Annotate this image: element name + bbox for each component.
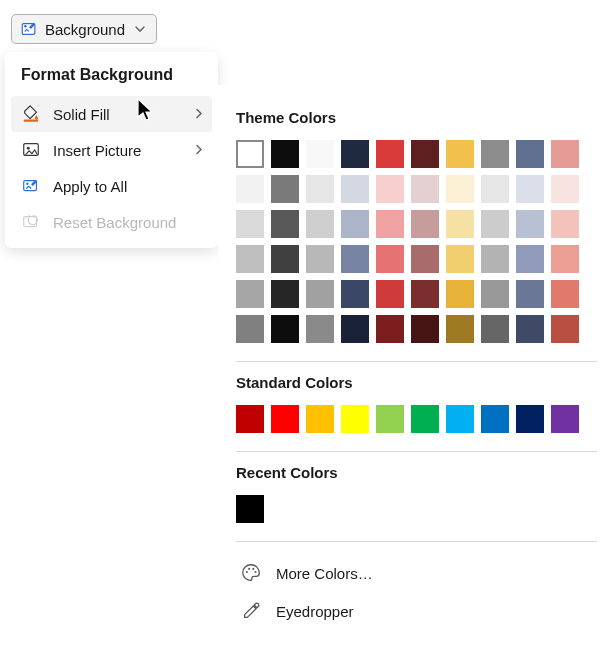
theme-color-swatch[interactable] [341, 210, 369, 238]
theme-color-swatch[interactable] [446, 245, 474, 273]
background-icon [20, 20, 38, 38]
svg-point-6 [26, 183, 28, 185]
theme-color-swatch[interactable] [271, 140, 299, 168]
theme-color-swatch[interactable] [376, 245, 404, 273]
theme-color-swatch[interactable] [481, 175, 509, 203]
theme-color-swatch[interactable] [516, 280, 544, 308]
theme-color-swatch[interactable] [446, 315, 474, 343]
standard-color-swatch[interactable] [551, 405, 579, 433]
theme-color-swatch[interactable] [376, 210, 404, 238]
svg-rect-2 [24, 119, 39, 121]
theme-color-swatch[interactable] [481, 210, 509, 238]
theme-color-swatch[interactable] [376, 280, 404, 308]
theme-color-swatch[interactable] [516, 140, 544, 168]
theme-color-swatch[interactable] [341, 245, 369, 273]
svg-point-1 [24, 25, 27, 28]
divider [236, 541, 597, 542]
theme-color-swatch[interactable] [411, 210, 439, 238]
theme-color-swatch[interactable] [236, 245, 264, 273]
standard-color-swatch[interactable] [236, 405, 264, 433]
theme-color-swatch[interactable] [306, 315, 334, 343]
background-dropdown-label: Background [45, 21, 125, 38]
theme-color-swatch[interactable] [411, 280, 439, 308]
divider [236, 361, 597, 362]
reset-icon [21, 212, 41, 232]
standard-color-swatch[interactable] [376, 405, 404, 433]
theme-color-swatch[interactable] [236, 315, 264, 343]
theme-color-swatch[interactable] [481, 315, 509, 343]
svg-rect-7 [24, 217, 37, 227]
standard-color-swatch[interactable] [516, 405, 544, 433]
theme-color-swatch[interactable] [411, 245, 439, 273]
theme-color-swatch[interactable] [306, 280, 334, 308]
theme-color-swatch[interactable] [306, 210, 334, 238]
theme-color-swatch[interactable] [516, 175, 544, 203]
recent-colors-title: Recent Colors [236, 464, 597, 481]
background-dropdown-button[interactable]: Background [11, 14, 157, 44]
theme-color-swatch[interactable] [551, 140, 579, 168]
theme-colors-title: Theme Colors [236, 109, 597, 126]
picture-icon [21, 140, 41, 160]
theme-color-swatch[interactable] [551, 280, 579, 308]
theme-color-swatch[interactable] [411, 175, 439, 203]
theme-color-swatch[interactable] [551, 245, 579, 273]
theme-color-swatch[interactable] [446, 210, 474, 238]
theme-color-swatch[interactable] [376, 175, 404, 203]
theme-color-swatch[interactable] [446, 280, 474, 308]
theme-color-swatch[interactable] [236, 140, 264, 168]
more-colors-option[interactable]: More Colors… [236, 554, 597, 592]
standard-color-swatch[interactable] [341, 405, 369, 433]
theme-color-swatch[interactable] [481, 245, 509, 273]
theme-color-swatch[interactable] [271, 175, 299, 203]
theme-color-swatch[interactable] [341, 140, 369, 168]
standard-color-swatch[interactable] [271, 405, 299, 433]
theme-color-swatch[interactable] [376, 315, 404, 343]
theme-color-swatch[interactable] [516, 245, 544, 273]
theme-color-swatch[interactable] [516, 210, 544, 238]
theme-color-swatch[interactable] [341, 280, 369, 308]
menu-item-insert-picture[interactable]: Insert Picture [11, 132, 212, 168]
standard-color-swatch[interactable] [481, 405, 509, 433]
theme-color-swatch[interactable] [411, 315, 439, 343]
theme-color-swatch[interactable] [341, 175, 369, 203]
theme-colors-grid [236, 140, 597, 343]
theme-color-swatch[interactable] [551, 315, 579, 343]
theme-color-swatch[interactable] [306, 175, 334, 203]
menu-item-apply-to-all[interactable]: Apply to All [11, 168, 212, 204]
theme-color-swatch[interactable] [376, 140, 404, 168]
standard-color-swatch[interactable] [411, 405, 439, 433]
theme-color-swatch[interactable] [236, 280, 264, 308]
color-picker-flyout: Theme Colors Standard Colors Recent Colo… [218, 85, 614, 640]
eyedropper-label: Eyedropper [276, 603, 354, 620]
theme-color-swatch[interactable] [446, 175, 474, 203]
menu-item-reset-background: Reset Background [11, 204, 212, 240]
menu-item-solid-fill[interactable]: Solid Fill [11, 96, 212, 132]
recent-color-swatch[interactable] [236, 495, 264, 523]
standard-color-swatch[interactable] [306, 405, 334, 433]
format-background-menu: Format Background Solid FillInsert Pictu… [5, 52, 218, 248]
theme-color-swatch[interactable] [271, 210, 299, 238]
theme-color-swatch[interactable] [481, 140, 509, 168]
theme-color-swatch[interactable] [551, 175, 579, 203]
theme-color-swatch[interactable] [271, 280, 299, 308]
theme-color-swatch[interactable] [271, 315, 299, 343]
theme-color-swatch[interactable] [411, 140, 439, 168]
bucket-blue-icon [21, 176, 41, 196]
theme-color-swatch[interactable] [341, 315, 369, 343]
standard-color-swatch[interactable] [446, 405, 474, 433]
theme-color-swatch[interactable] [306, 140, 334, 168]
menu-item-label: Apply to All [53, 178, 127, 195]
theme-color-swatch[interactable] [306, 245, 334, 273]
theme-color-swatch[interactable] [446, 140, 474, 168]
theme-color-swatch[interactable] [236, 175, 264, 203]
recent-colors-grid [236, 495, 597, 523]
chevron-down-icon [134, 21, 146, 38]
theme-color-swatch[interactable] [516, 315, 544, 343]
svg-point-10 [252, 568, 254, 570]
theme-color-swatch[interactable] [236, 210, 264, 238]
eyedropper-option[interactable]: Eyedropper [236, 592, 597, 630]
standard-colors-title: Standard Colors [236, 374, 597, 391]
theme-color-swatch[interactable] [271, 245, 299, 273]
theme-color-swatch[interactable] [551, 210, 579, 238]
theme-color-swatch[interactable] [481, 280, 509, 308]
